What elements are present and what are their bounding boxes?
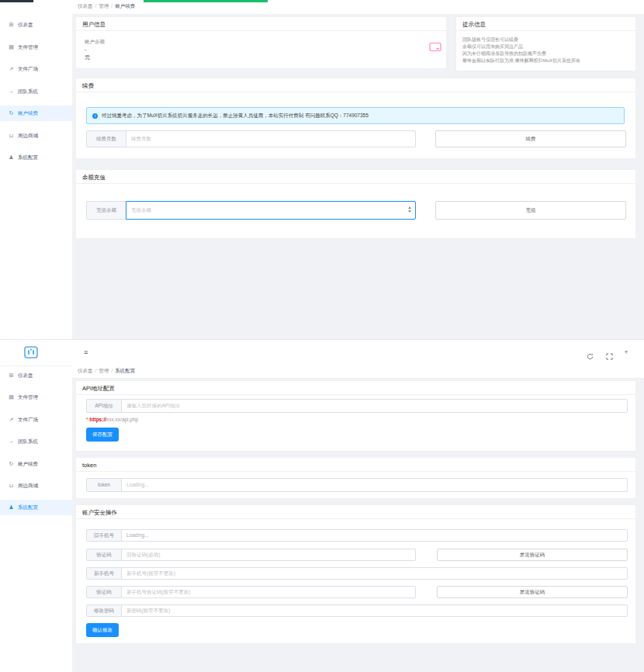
mall-icon: ⊔ xyxy=(8,133,15,139)
old-phone-input[interactable]: Loading... xyxy=(121,529,628,542)
dashboard-icon: ⊞ xyxy=(8,22,15,28)
file-plaza-icon: ↗ xyxy=(8,417,15,423)
sidebar-item-label: 文件管理 xyxy=(18,394,38,401)
send-code-button[interactable]: 发送验证码 xyxy=(437,586,628,598)
token-card: token token Loading... xyxy=(75,457,636,499)
tip-line: 最终金额以实际付款为准,最终解释权归MuX切片系统所有 xyxy=(462,57,580,64)
renew-months-label: 续费月数 xyxy=(86,130,126,147)
sidebar-item-dashboard[interactable]: ⊞仪表盘 xyxy=(0,368,72,383)
app-logo-icon[interactable] xyxy=(24,345,38,362)
save-config-button[interactable]: 保存配置 xyxy=(86,428,119,442)
app-header xyxy=(0,339,644,366)
divider xyxy=(76,30,446,31)
sidebar-item-label: 账户续费 xyxy=(18,110,38,117)
sidebar-item-file-plaza[interactable]: ↗文件广场 xyxy=(0,412,72,428)
confirm-change-button[interactable]: 确认修改 xyxy=(86,623,119,637)
sidebar-item-team-system[interactable]: −团队系统 xyxy=(0,434,72,449)
sidebar-item-file-plaza[interactable]: ↗文件广场 xyxy=(0,61,72,77)
card-title: 账户安全操作 xyxy=(82,509,117,517)
balance-value: - xyxy=(85,47,86,52)
screen-account-renew: ⊞仪表盘 ▤文件管理 ↗文件广场 −团队系统 ↻账户续费 ⊔周边商城 ♟系统配置… xyxy=(0,0,644,339)
file-plaza-icon: ↗ xyxy=(8,66,15,72)
spinner-up-icon[interactable] xyxy=(408,206,411,209)
user-menu-caret-icon[interactable]: ▾ xyxy=(625,348,628,355)
old-code-input[interactable]: 旧验证码(必填) xyxy=(121,549,416,561)
change-password-label: 修改密码 xyxy=(86,604,122,617)
sidebar-item-label: 文件广场 xyxy=(18,417,38,424)
sidebar-item-label: 系统配置 xyxy=(18,154,38,161)
renew-button[interactable]: 续费 xyxy=(435,130,626,147)
api-hint-scheme: https:// xyxy=(89,417,106,422)
mall-icon: ⊔ xyxy=(8,483,15,489)
account-renew-icon: ↻ xyxy=(8,110,15,116)
refresh-icon[interactable] xyxy=(587,349,594,363)
sidebar-item-label: 仪表盘 xyxy=(18,22,33,29)
spinner-down-icon[interactable] xyxy=(408,210,411,213)
tip-line: 余额仅可以用来购买周边产品 xyxy=(462,43,523,50)
sidebar-item-mall[interactable]: ⊔周边商城 xyxy=(0,478,72,494)
card-title: 余额充值 xyxy=(82,174,106,182)
new-code-input[interactable]: 新手机号验证码(留空不更改) xyxy=(121,586,416,598)
breadcrumb-item-current: 账户续费 xyxy=(115,3,135,9)
tip-line: 团队版账号仅团长可以续费 xyxy=(462,36,518,43)
tip-line: 因为未仔细阅读条款导致的扣款概不负责 xyxy=(462,50,546,57)
sidebar-item-label: 系统配置 xyxy=(18,504,38,511)
sidebar-collapse-icon[interactable]: ≡ xyxy=(84,348,88,356)
file-manage-icon: ▤ xyxy=(8,44,15,50)
sidebar-item-account-renew[interactable]: ↻账户续费 xyxy=(0,106,72,121)
divider xyxy=(76,92,635,92)
sidebar-item-label: 文件广场 xyxy=(18,66,38,73)
sidebar-item-mall[interactable]: ⊔周边商城 xyxy=(0,128,72,144)
sidebar-item-account-renew[interactable]: ↻账户续费 xyxy=(0,456,72,472)
credit-card-icon xyxy=(429,41,441,55)
old-phone-label: 旧手机号 xyxy=(86,529,122,542)
breadcrumb-separator: / xyxy=(111,3,113,9)
renew-months-input[interactable]: 续费月数 xyxy=(126,130,416,147)
recharge-card: 余额充值 充值余额 充值余额 充值 xyxy=(75,169,636,239)
send-code-button[interactable]: 发送验证码 xyxy=(437,549,628,561)
breadcrumb: 仪表盘/管理/系统配置 xyxy=(78,368,135,375)
divider xyxy=(76,183,635,184)
api-address-input[interactable]: 请输入您对接的API地址 xyxy=(121,399,628,413)
user-info-card: 用户信息 账户余额 - 元 xyxy=(75,16,447,69)
sidebar-item-label: 仪表盘 xyxy=(18,372,33,379)
fullscreen-icon[interactable] xyxy=(606,349,613,363)
sidebar-item-label: 账户续费 xyxy=(18,461,38,468)
breadcrumb-item[interactable]: 仪表盘 xyxy=(78,3,93,9)
breadcrumb: 仪表盘/管理/账户续费 xyxy=(78,3,135,10)
breadcrumb-separator: / xyxy=(95,368,97,373)
card-title: token xyxy=(82,462,96,469)
divider xyxy=(76,394,635,395)
sidebar-item-team-system[interactable]: −团队系统 xyxy=(0,84,72,99)
api-hint: * https://xxx.xx/api.php xyxy=(86,417,138,422)
sidebar-item-system-config[interactable]: ♟系统配置 xyxy=(0,150,72,165)
breadcrumb-item-current: 系统配置 xyxy=(115,368,135,373)
sidebar-item-label: 周边商城 xyxy=(18,133,38,140)
old-code-label: 验证码 xyxy=(86,549,122,561)
new-phone-input[interactable]: 新手机号(留空不更改) xyxy=(121,567,628,580)
recharge-button[interactable]: 充值 xyxy=(435,201,626,220)
token-label: token xyxy=(86,478,122,492)
tips-card: 提示信息 团队版账号仅团长可以续费 余额仅可以用来购买周边产品 因为未仔细阅读条… xyxy=(455,16,636,71)
divider xyxy=(456,30,635,31)
breadcrumb-item[interactable]: 仪表盘 xyxy=(78,368,93,373)
sidebar-item-label: 文件管理 xyxy=(18,44,38,51)
api-config-card: API地址配置 API地址 请输入您对接的API地址 * https://xxx… xyxy=(75,380,636,452)
sidebar-item-dashboard[interactable]: ⊞仪表盘 xyxy=(0,17,72,33)
file-manage-icon: ▤ xyxy=(8,394,15,400)
account-security-card: 账户安全操作 旧手机号 Loading... 验证码 旧验证码(必填) 发送验证… xyxy=(75,504,636,644)
sidebar-item-system-config[interactable]: ♟系统配置 xyxy=(0,500,72,515)
renew-alert: i 经过慎重考虑，为了MuX切片系统切片服务走的长远，禁止涉黄人员使用，本站实行… xyxy=(86,107,625,124)
system-config-icon: ♟ xyxy=(8,154,15,161)
api-hint-star: * xyxy=(86,417,88,422)
new-phone-label: 新手机号 xyxy=(86,567,122,580)
sidebar-item-file-manage[interactable]: ▤文件管理 xyxy=(0,390,72,405)
team-system-icon: − xyxy=(8,439,15,445)
new-password-input[interactable]: 新密码(留空不更改) xyxy=(121,604,628,617)
recharge-amount-input[interactable]: 充值余额 xyxy=(126,201,416,220)
sidebar-item-file-manage[interactable]: ▤文件管理 xyxy=(0,40,72,55)
breadcrumb-item[interactable]: 管理 xyxy=(99,3,109,9)
card-title: 续费 xyxy=(82,82,94,90)
token-input[interactable]: Loading... xyxy=(121,478,628,492)
breadcrumb-item[interactable]: 管理 xyxy=(99,368,109,373)
